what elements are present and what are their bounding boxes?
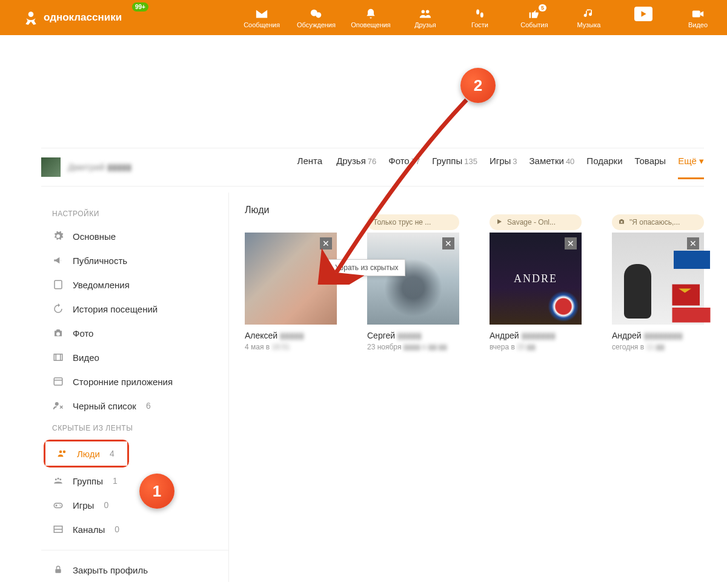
gear-icon — [52, 230, 64, 242]
video-icon — [691, 7, 705, 21]
svg-point-3 — [422, 10, 425, 13]
svg-rect-21 — [55, 569, 61, 573]
tab-games[interactable]: Игры3 — [490, 156, 517, 179]
sidebar-item-channels[interactable]: Каналы0 — [41, 517, 228, 541]
nav-messages[interactable]: Сообщения — [237, 7, 286, 28]
person-card: "Я опасаюсь,... ✕ Андрей ▮▮▮▮▮▮▮▮ сегодн… — [612, 233, 704, 351]
tab-groups[interactable]: Группы135 — [432, 156, 477, 179]
sidebar-item-people[interactable]: Люди4 — [45, 441, 127, 466]
tab-more[interactable]: Ещё ▾ — [678, 156, 704, 179]
svg-point-18 — [59, 504, 61, 506]
svg-point-15 — [58, 478, 59, 480]
person-date: сегодня в 11:▮▮ — [612, 343, 704, 351]
nav-alerts[interactable]: Оповещения — [347, 7, 395, 28]
nav-friends[interactable]: Друзья — [401, 7, 450, 28]
nav-play[interactable] — [619, 7, 668, 28]
person-card: Savage - Onl... ANDRE ✕ Андрей ▮▮▮▮▮▮▮ в… — [490, 233, 582, 351]
person-photo[interactable]: ✕ — [367, 233, 459, 325]
svg-point-6 — [480, 13, 483, 18]
sidebar-item-lock-profile[interactable]: Закрыть профиль — [41, 558, 228, 582]
sidebar-item-games[interactable]: Игры0 — [41, 493, 228, 517]
person-date: вчера в 20:▮▮ — [490, 343, 582, 351]
brand-text: одноклассники — [44, 12, 122, 24]
nav-events[interactable]: 5События — [510, 7, 559, 28]
sidebar-item-video[interactable]: Видео — [41, 345, 228, 369]
nav-guests[interactable]: Гости — [456, 7, 504, 28]
svg-rect-8 — [55, 280, 62, 289]
main-content: Люди ✕ Убрать из скрытых Алексей ▮▮▮▮▮ 4… — [229, 193, 704, 582]
svg-point-13 — [63, 451, 66, 454]
tab-gifts[interactable]: Подарки — [586, 156, 622, 179]
tab-photo[interactable]: Фото77 — [388, 156, 420, 179]
sidebar-header-hidden: СКРЫТЫЕ ИЗ ЛЕНТЫ — [41, 418, 228, 438]
avatar[interactable] — [41, 157, 61, 177]
sidebar-item-main[interactable]: Основные — [41, 224, 228, 248]
svg-point-11 — [55, 402, 59, 406]
person-date: 4 мая в 16:51 — [245, 343, 337, 351]
friends-icon — [418, 7, 433, 21]
topbar: одноклассники 99+ Сообщения Обсуждения О… — [0, 0, 727, 35]
status-badge[interactable]: Только трус не ... — [367, 214, 459, 230]
tooltip-remove: Убрать из скрытых — [328, 259, 405, 276]
remove-button[interactable]: ✕ — [442, 237, 454, 249]
svg-rect-24 — [672, 308, 711, 323]
svg-point-0 — [28, 12, 34, 17]
person-name[interactable]: Алексей ▮▮▮▮▮ — [245, 331, 337, 340]
person-name[interactable]: Сергей ▮▮▮▮▮ — [367, 331, 459, 340]
play-icon — [634, 7, 652, 21]
lock-icon — [52, 564, 64, 576]
remove-button[interactable]: ✕ — [687, 237, 699, 249]
channels-icon — [52, 523, 64, 535]
svg-rect-23 — [672, 285, 700, 306]
window-icon — [52, 375, 64, 388]
person-photo[interactable]: ✕ — [245, 233, 337, 325]
events-count-badge: 5 — [539, 4, 546, 12]
note-icon — [52, 279, 64, 291]
svg-point-5 — [476, 10, 479, 15]
group-icon — [52, 475, 64, 487]
person-photo[interactable]: ANDRE ✕ — [490, 233, 582, 325]
profile-tabs: Лента Друзья76 Фото77 Группы135 Игры3 За… — [297, 156, 704, 179]
remove-button[interactable]: ✕ — [565, 237, 577, 249]
person-name[interactable]: Андрей ▮▮▮▮▮▮▮ — [490, 331, 582, 340]
svg-point-16 — [59, 478, 61, 480]
tab-feed[interactable]: Лента — [297, 156, 325, 179]
music-icon — [582, 7, 596, 21]
person-name[interactable]: Андрей ▮▮▮▮▮▮▮▮ — [612, 331, 704, 340]
nav-music[interactable]: Музыка — [565, 7, 613, 28]
person-photo[interactable]: ✕ — [612, 233, 704, 325]
nav-video[interactable]: Видео — [674, 7, 722, 28]
person-card: Только трус не ... ✕ Сергей ▮▮▮▮▮ 23 ноя… — [367, 233, 459, 351]
tab-goods[interactable]: Товары — [635, 156, 666, 179]
bell-icon — [364, 7, 378, 21]
svg-rect-17 — [54, 503, 62, 508]
settings-sidebar: НАСТРОЙКИ Основные Публичность Уведомлен… — [41, 193, 229, 582]
status-badge[interactable]: Savage - Onl... — [490, 214, 582, 230]
profile-name[interactable]: Дмитрий ▮▮▮▮▮ — [68, 162, 131, 173]
svg-rect-9 — [54, 354, 62, 361]
sidebar-item-notifications[interactable]: Уведомления — [41, 273, 228, 297]
svg-point-22 — [621, 221, 623, 223]
block-user-icon — [52, 400, 64, 412]
brand-logo[interactable]: одноклассники — [23, 10, 122, 25]
chat-icon — [309, 7, 324, 21]
sidebar-item-publicity[interactable]: Публичность — [41, 248, 228, 273]
sidebar-item-groups[interactable]: Группы1 — [41, 469, 228, 493]
tab-friends[interactable]: Друзья76 — [336, 156, 376, 179]
person-date: 23 ноября ▮▮▮▮ в ▮▮:▮▮ — [367, 343, 459, 351]
status-badge[interactable]: "Я опасаюсь,... — [612, 214, 704, 230]
nav-discussions[interactable]: Обсуждения — [292, 7, 340, 28]
remove-button[interactable]: ✕ — [320, 237, 332, 249]
sidebar-item-blacklist[interactable]: Черный список6 — [41, 394, 228, 418]
sidebar-item-photo[interactable]: Фото — [41, 321, 228, 345]
people-icon — [56, 448, 68, 460]
svg-point-4 — [426, 10, 430, 13]
people-grid: ✕ Убрать из скрытых Алексей ▮▮▮▮▮ 4 мая … — [245, 233, 704, 351]
play-small-icon — [496, 218, 504, 226]
annotation-callout-2: 2 — [460, 68, 496, 103]
sidebar-item-history[interactable]: История посещений — [41, 297, 228, 321]
tab-notes[interactable]: Заметки40 — [529, 156, 575, 179]
sidebar-item-apps[interactable]: Сторонние приложения — [41, 369, 228, 394]
person-card: ✕ Убрать из скрытых Алексей ▮▮▮▮▮ 4 мая … — [245, 233, 337, 351]
highlight-people: Люди4 — [44, 440, 129, 467]
